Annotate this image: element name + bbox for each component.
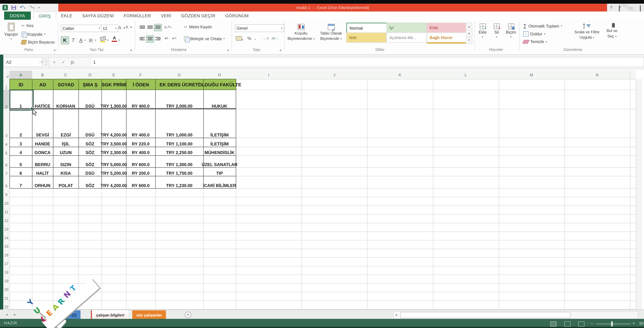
cell-F7[interactable]: RY 200.0 (126, 167, 155, 177)
number-dialog-launcher[interactable]: ◢ (279, 48, 281, 51)
percent-style-button[interactable]: % (247, 36, 251, 41)
row-header-18[interactable]: 18 (3, 266, 10, 276)
header-cell-6[interactable]: İ ÖDEN (126, 79, 156, 90)
cell-C8[interactable]: POLAT (53, 176, 78, 189)
accounting-format-button[interactable]: ▾ (236, 36, 244, 42)
row-header-1[interactable]: 1 (3, 79, 10, 91)
cell-D2[interactable]: DSÜ (78, 90, 102, 110)
scroll-left-icon[interactable]: ◂ (395, 310, 397, 320)
cell-G2[interactable]: TRY 2,000.00 (155, 90, 203, 110)
cell-G7[interactable]: TRY 1,750.00 (155, 167, 203, 177)
column-header-J[interactable]: J (302, 71, 368, 79)
cell-F3[interactable]: RY 400.0 (126, 109, 155, 139)
row-header-4[interactable]: 4 (3, 138, 10, 148)
cell-H8[interactable]: İCARİ BİLİMLER (203, 176, 236, 189)
cell-B4[interactable]: HANDE (32, 138, 53, 148)
align-center-button[interactable] (146, 35, 154, 43)
cell-C2[interactable]: KORHAN (53, 90, 78, 110)
sheet-tab-bilgileri-2[interactable]: bilgileri (2) (52, 310, 80, 319)
shrink-font-button[interactable]: A▼ (126, 25, 132, 29)
cell-F8[interactable]: RY 600.0 (126, 176, 155, 189)
copy-button[interactable]: Kopyala▾ (21, 32, 46, 37)
minimize-button[interactable]: – (628, 4, 635, 12)
style-n-tr[interactable]: Nötr (346, 33, 386, 43)
comma-style-button[interactable]: , (254, 35, 256, 41)
cut-button[interactable]: ✂ Kes (21, 23, 34, 28)
column-header-L[interactable]: L (433, 71, 499, 79)
increase-decimal-button[interactable]: ←.0 (263, 37, 268, 40)
style-a-klama-me-[interactable]: Açıklama Me... (386, 33, 427, 43)
row-header-21[interactable]: 21 (3, 292, 10, 302)
row-header-19[interactable]: 19 (3, 274, 10, 284)
style-k-t-[interactable]: Kötü (427, 23, 467, 33)
cell-A3[interactable]: 2 (10, 109, 32, 139)
row-header-10[interactable]: 10 (3, 197, 10, 207)
row-header-17[interactable]: 17 (3, 257, 10, 267)
increase-indent-button[interactable]: ▸≡ (172, 36, 176, 40)
find-select-button[interactable]: Bul ve Seç ▾ (603, 23, 621, 38)
pano-dialog-launcher[interactable]: ◢ (54, 48, 55, 51)
column-header-E[interactable]: E (102, 71, 126, 79)
number-format-select[interactable]: Genel▾ (235, 24, 284, 32)
cell-F5[interactable]: RY 400.0 (126, 147, 155, 156)
format-cells-button[interactable]: ▦ Biçim▾ (504, 23, 518, 39)
sheet-tab-soz-calisanlar[interactable]: söz çalışanlar (132, 310, 166, 319)
cell-D8[interactable]: SÖZ (78, 176, 102, 189)
font-size-select[interactable]: 12▾ (101, 25, 118, 32)
cell-A4[interactable]: 3 (10, 138, 32, 148)
column-header-B[interactable]: B (32, 71, 53, 79)
cell-F2[interactable]: RY 400.0 (126, 90, 155, 110)
format-as-table-button[interactable]: Tablo Olarak Biçimlendir ▾ (316, 24, 346, 41)
cell-B2[interactable]: HATİCE (32, 90, 53, 110)
ribbon-tab-sayfa-düzeni̇[interactable]: SAYFA DÜZENİ (77, 12, 119, 20)
column-header-N[interactable]: N (564, 71, 630, 79)
align-left-button[interactable] (138, 35, 146, 43)
underline-dropdown[interactable]: ▾ (84, 39, 86, 42)
cell-E5[interactable]: TRY 2,300.00 (102, 147, 126, 156)
borders-icon[interactable]: ⊞ (89, 38, 93, 43)
cell-G6[interactable]: TRY 1,300.00 (155, 155, 203, 168)
bold-button[interactable]: K (61, 36, 69, 44)
borders-dropdown[interactable]: ▾ (95, 39, 96, 42)
column-header-H[interactable]: H (203, 71, 236, 79)
fill-color-button[interactable] (100, 37, 106, 42)
prev-sheet-icon[interactable]: ◂ (6, 310, 8, 319)
cell-C7[interactable]: KISA (53, 167, 78, 177)
column-header-D[interactable]: D (78, 71, 102, 79)
row-header-15[interactable]: 15 (3, 240, 10, 250)
cell-G4[interactable]: TRY 1,100.00 (155, 138, 203, 148)
column-header-M[interactable]: M (498, 71, 564, 79)
wrap-text-button[interactable]: ↵ Metni Kaydır (184, 25, 212, 29)
style-normal[interactable]: Normal (346, 23, 387, 34)
cell-E7[interactable]: TRY 5,200.00 (102, 167, 126, 177)
merge-center-button[interactable]: Birleştir ve Ortala▾ (184, 36, 225, 41)
row-header-20[interactable]: 20 (3, 283, 10, 293)
next-sheet-icon[interactable]: ▸ (14, 310, 16, 319)
name-box[interactable]: A2 ▾ (3, 57, 43, 67)
delete-cells-button[interactable]: × Sil▾ (490, 23, 503, 39)
select-all-corner[interactable] (3, 71, 10, 79)
header-cell-8[interactable]: OLDUĞU FAKÜLTE (203, 79, 236, 90)
row-header-22[interactable]: 22 (3, 300, 10, 309)
ribbon-tab-dosya[interactable]: DOSYA (4, 12, 31, 20)
italic-button[interactable]: T (70, 36, 76, 44)
cell-B5[interactable]: GONCA (32, 147, 53, 156)
cell-B6[interactable]: BERRU (32, 155, 53, 168)
autosum-button[interactable]: ∑ Otomatik Toplam▾ (523, 23, 562, 29)
font-family-select[interactable]: Calibri▾ (61, 25, 102, 32)
sort-filter-button[interactable]: AZ Sırala ve Filtre Uygula ▾ (572, 23, 602, 40)
cell-D4[interactable]: SÖZ (78, 138, 102, 148)
enter-icon[interactable]: ✓ (62, 59, 65, 65)
row-header-13[interactable]: 13 (3, 223, 10, 233)
cell-C5[interactable]: UZUN (53, 147, 78, 156)
zoom-slider[interactable] (596, 323, 630, 324)
page-layout-view-button[interactable] (564, 321, 570, 327)
cell-D7[interactable]: DSÜ (78, 167, 102, 177)
ribbon-tab-veri̇[interactable]: VERİ (156, 12, 176, 20)
style-ba-l-h-cre[interactable]: Bağlı Hücre (427, 33, 467, 44)
cell-G3[interactable]: TRY 1,000.00 (155, 109, 203, 139)
cell-E6[interactable]: TRY 5,000.00 (102, 155, 126, 168)
zoom-in-icon[interactable]: + (632, 321, 635, 325)
cell-C4[interactable]: İŞİL (53, 138, 78, 148)
insert-cells-button[interactable]: + Ekle▾ (476, 23, 489, 39)
